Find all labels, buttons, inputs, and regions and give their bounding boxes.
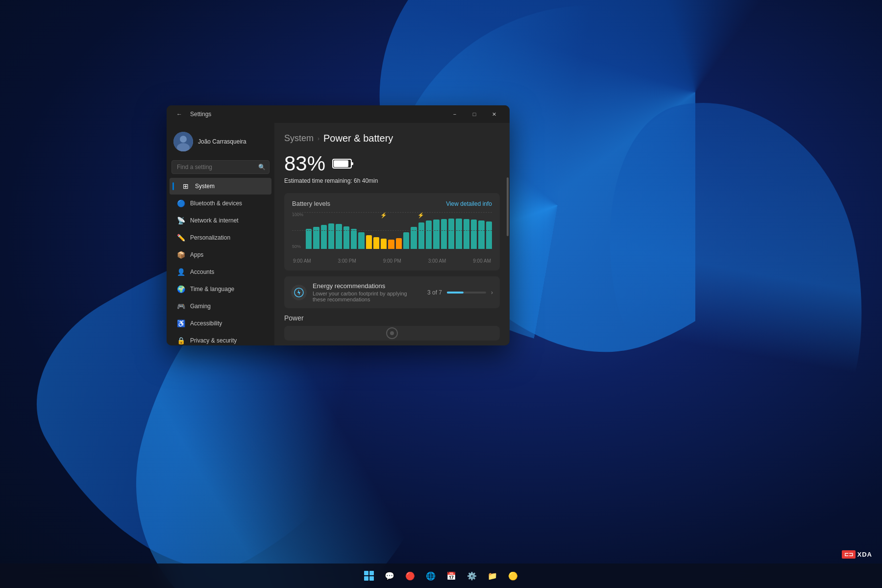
sidebar-item-personalization[interactable]: ✏️Personalization bbox=[170, 229, 271, 246]
sidebar-item-label-bluetooth: Bluetooth & devices bbox=[190, 200, 242, 207]
view-detailed-button[interactable]: View detailed info bbox=[446, 200, 492, 207]
sidebar-item-label-apps: Apps bbox=[190, 251, 203, 258]
chart-time-label-1: 3:00 PM bbox=[338, 258, 356, 264]
chart-line-100 bbox=[292, 212, 492, 213]
chart-bar-5 bbox=[343, 226, 349, 249]
chart-bar-21 bbox=[464, 219, 469, 249]
chart-bar-23 bbox=[478, 220, 484, 249]
sidebar-item-network[interactable]: 📡Network & internet bbox=[170, 212, 271, 229]
energy-count: 3 of 7 bbox=[427, 289, 442, 296]
time-nav-icon: 🌍 bbox=[176, 285, 185, 294]
chart-time-label-3: 3:00 AM bbox=[428, 258, 446, 264]
chart-bar-4 bbox=[336, 224, 342, 249]
estimated-time: Estimated time remaining: 6h 40min bbox=[284, 177, 500, 184]
sidebar-item-label-privacy: Privacy & security bbox=[190, 337, 237, 344]
chart-title: Battery levels bbox=[292, 200, 330, 207]
sidebar-item-label-accounts: Accounts bbox=[190, 269, 214, 275]
taskbar-edge-icon[interactable]: 🌐 bbox=[422, 567, 440, 585]
close-button[interactable]: ✕ bbox=[484, 107, 504, 121]
search-icon: 🔍 bbox=[258, 164, 266, 171]
energy-title: Energy recommendations bbox=[313, 282, 421, 290]
sidebar-item-bluetooth[interactable]: 🔵Bluetooth & devices bbox=[170, 195, 271, 212]
power-inner-icon bbox=[390, 331, 394, 335]
chart-bar-17 bbox=[433, 220, 439, 249]
battery-chart-section: Battery levels View detailed info 100% 5… bbox=[284, 193, 500, 270]
chart-bar-19 bbox=[448, 219, 454, 249]
user-profile[interactable]: João Carrasqueira bbox=[167, 127, 274, 158]
chart-bar-7 bbox=[358, 232, 364, 249]
taskbar-windows-button[interactable] bbox=[360, 567, 378, 585]
search-box[interactable]: 🔍 bbox=[172, 160, 270, 174]
chart-bar-8 bbox=[366, 235, 372, 249]
energy-recommendations[interactable]: Energy recommendations Lower your carbon… bbox=[284, 276, 500, 308]
chart-bar-3 bbox=[328, 223, 334, 249]
xda-text: XDA bbox=[858, 551, 872, 558]
sidebar-item-accessibility[interactable]: ♿Accessibility bbox=[170, 315, 271, 332]
bluetooth-nav-icon: 🔵 bbox=[176, 199, 185, 208]
sidebar-item-label-system: System bbox=[195, 183, 215, 190]
taskbar: 💬 🔴 🌐 📅 ⚙️ 📁 🟡 bbox=[0, 564, 882, 588]
chart-time-label-2: 9:00 PM bbox=[383, 258, 401, 264]
chart-bar-15 bbox=[418, 222, 424, 249]
gaming-nav-icon: 🎮 bbox=[176, 302, 185, 311]
breadcrumb-current: Power & battery bbox=[323, 133, 393, 144]
win-logo-br bbox=[369, 576, 374, 581]
back-button[interactable]: ← bbox=[172, 107, 186, 121]
taskbar-chat-icon[interactable]: 💬 bbox=[381, 567, 398, 585]
sidebar-item-accounts[interactable]: 👤Accounts bbox=[170, 264, 271, 280]
sidebar-item-system[interactable]: ⊞System bbox=[170, 178, 271, 195]
energy-progress-bar bbox=[447, 292, 486, 294]
sidebar-item-gaming[interactable]: 🎮Gaming bbox=[170, 298, 271, 315]
estimated-label: Estimated time remaining: bbox=[284, 177, 352, 184]
chart-bar-12 bbox=[396, 238, 402, 249]
win-logo-tl bbox=[364, 571, 368, 575]
taskbar-store-icon[interactable]: 🟡 bbox=[504, 567, 522, 585]
store-icon: 🟡 bbox=[508, 571, 518, 581]
chart-time-label-4: 9:00 AM bbox=[473, 258, 491, 264]
maximize-button[interactable]: □ bbox=[465, 107, 484, 121]
chart-bar-24 bbox=[486, 221, 492, 249]
system-nav-icon: ⊞ bbox=[181, 182, 190, 191]
windows-logo bbox=[364, 571, 374, 581]
sidebar-item-label-time: Time & language bbox=[190, 286, 234, 293]
battery-percentage: 83% bbox=[284, 152, 325, 175]
sidebar-item-label-gaming: Gaming bbox=[190, 303, 211, 310]
edge-icon: 🌐 bbox=[426, 571, 436, 581]
sidebar-item-apps[interactable]: 📦Apps bbox=[170, 246, 271, 263]
taskbar-files-icon[interactable]: 📁 bbox=[484, 567, 501, 585]
taskbar-calendar-icon[interactable]: 📅 bbox=[442, 567, 460, 585]
breadcrumb: System › Power & battery bbox=[284, 133, 500, 144]
energy-icon bbox=[291, 285, 307, 300]
chart-line-50 bbox=[292, 230, 492, 231]
chart-bar-10 bbox=[381, 239, 387, 249]
nav-list: ⊞System🔵Bluetooth & devices📡Network & in… bbox=[167, 178, 274, 345]
sidebar: João Carrasqueira 🔍 ⊞System🔵Bluetooth & … bbox=[167, 123, 274, 345]
breadcrumb-parent[interactable]: System bbox=[284, 133, 314, 144]
taskbar-settings-icon[interactable]: ⚙️ bbox=[463, 567, 481, 585]
sidebar-item-label-accessibility: Accessibility bbox=[190, 320, 222, 327]
chart-bar-9 bbox=[373, 237, 379, 249]
network-nav-icon: 📡 bbox=[176, 216, 185, 225]
sidebar-item-time[interactable]: 🌍Time & language bbox=[170, 281, 271, 297]
chart-labels: 9:00 AM3:00 PM9:00 PM3:00 AM9:00 AM bbox=[292, 258, 492, 264]
settings-window: ← Settings − □ ✕ João Carrasqueira bbox=[167, 105, 510, 345]
taskbar-browser-icon[interactable]: 🔴 bbox=[401, 567, 419, 585]
sidebar-item-label-network: Network & internet bbox=[190, 217, 239, 224]
battery-icon bbox=[332, 158, 354, 170]
minimize-button[interactable]: − bbox=[445, 107, 465, 121]
chevron-right-icon: › bbox=[491, 289, 493, 296]
window-title: Settings bbox=[190, 111, 445, 118]
chart-bar-6 bbox=[351, 229, 357, 249]
chart-time-label-0: 9:00 AM bbox=[293, 258, 311, 264]
apps-nav-icon: 📦 bbox=[176, 250, 185, 259]
chart-bar-11 bbox=[388, 240, 394, 249]
title-bar: ← Settings − □ ✕ bbox=[167, 105, 510, 123]
power-section-icon bbox=[386, 327, 398, 339]
sidebar-item-privacy[interactable]: 🔒Privacy & security bbox=[170, 332, 271, 345]
search-input[interactable] bbox=[172, 160, 270, 174]
battery-display: 83% bbox=[284, 152, 500, 175]
xda-watermark: ⊏⊐ XDA bbox=[842, 550, 872, 559]
calendar-icon: 📅 bbox=[446, 571, 456, 581]
energy-text: Energy recommendations Lower your carbon… bbox=[313, 282, 421, 302]
personalization-nav-icon: ✏️ bbox=[176, 233, 185, 242]
